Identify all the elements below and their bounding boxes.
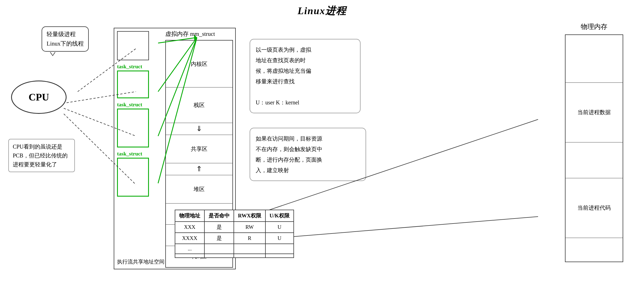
table-row: XXX 是 RW U [175,222,294,233]
task-struct-column: task_struct task_struct task_struct [117,31,156,200]
page-table: 物理地址 是否命中 RWX权限 U/K权限 XXX 是 RW U XXXX 是 … [175,210,294,258]
table-row: XXXX 是 R U [175,233,294,244]
phys-mem-box: 当前进程数据 当前进程代码 [565,34,623,262]
page-container: Linux进程 [0,0,644,301]
left-section: 轻量级进程 Linux下的线程 CPU CPU看到的虽说还是 PCB，但已经比传… [6,19,100,269]
vm-arrow-up: ⇑ [166,163,232,175]
col-header-rwx: RWX权限 [234,210,265,222]
phys-seg-empty-2 [566,142,623,178]
info-box-1: 以一级页表为例，虚拟 地址在查找页表的时 候，将虚拟地址充当偏 移量来进行查找 … [250,39,361,113]
task-struct-green-1: task_struct [117,64,156,98]
task-struct-label-1: task_struct [117,64,156,70]
cpu-ellipse: CPU [11,81,67,114]
page-table-section: 物理地址 是否命中 RWX权限 U/K权限 XXX 是 RW U XXXX 是 … [175,210,294,258]
info-box-2: 如果在访问期间，目标资源 不在内存，则会触发缺页中 断，进行内存分配，页面换 入… [250,128,366,181]
phys-mem-section: 物理内存 当前进程数据 当前进程代码 [558,22,630,262]
phys-seg-code: 当前进程代码 [566,178,623,238]
cpu-note: CPU看到的虽说还是 PCB，但已经比传统的 进程要更轻量化了 [8,139,75,172]
phys-seg-empty-3 [566,238,623,262]
phys-mem-title: 物理内存 [558,22,630,31]
virt-mem-title: 虚拟内存 mm_struct [163,28,235,39]
phys-seg-empty-1 [566,35,623,83]
table-row: ... [175,244,294,254]
exec-flow-label: 执行流共享地址空间 [117,258,164,265]
task-struct-green-2: task_struct [117,102,156,147]
col-header-hit: 是否命中 [204,210,234,222]
page-title: Linux进程 [0,0,644,18]
vm-stack: 栈区 [166,87,232,123]
task-struct-label-2: task_struct [117,102,156,108]
speech-bubble: 轻量级进程 Linux下的线程 [42,26,89,52]
phys-seg-data: 当前进程数据 [566,83,623,142]
task-struct-black [117,31,156,60]
task-struct-label-3: task_struct [117,151,156,157]
speech-bubble-tail-inner [50,52,55,55]
table-row [175,254,294,258]
col-header-uk: U/K权限 [265,210,294,222]
vm-arrow-down: ⇓ [166,123,232,135]
vm-shared: 共享区 [166,135,232,163]
vm-kernel: 内核区 [166,41,232,87]
vm-heap: 堆区 [166,175,232,204]
col-header-phys: 物理地址 [175,210,204,222]
task-struct-green-3: task_struct [117,151,156,197]
